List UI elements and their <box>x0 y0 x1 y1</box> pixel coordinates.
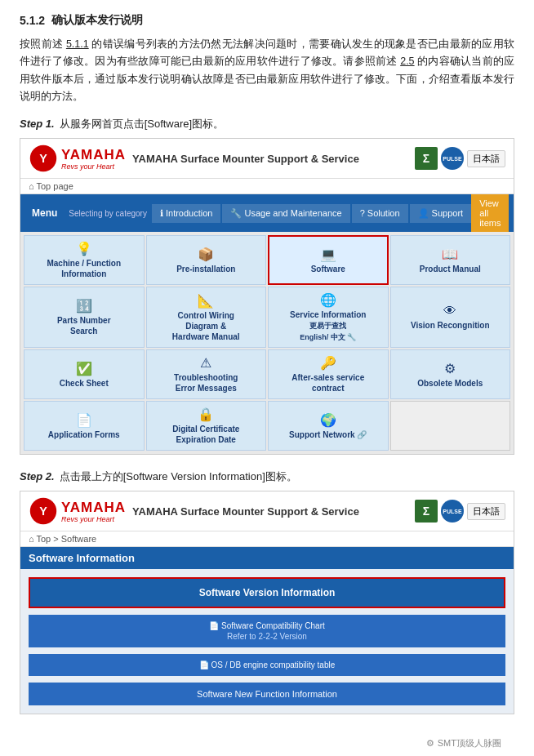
step1-number: Step 1. <box>20 118 55 130</box>
menu-item-software[interactable]: 💻 Software <box>268 235 389 285</box>
nav-tab-solution[interactable]: ? Solution <box>352 204 408 223</box>
menu-label-1: Menu <box>25 202 64 224</box>
menu-item-machine[interactable]: 💡 Machine / FunctionInformation <box>24 235 145 285</box>
machine-icon: 💡 <box>76 241 92 256</box>
yamaha-brand-name: YAMAHA <box>61 147 126 162</box>
breadcrumb-1: ⌂ Top page <box>20 179 514 194</box>
yamaha-tagline-2: Revs your Heart <box>61 516 126 523</box>
menu-item-preinstall[interactable]: 📦 Pre-installation <box>146 235 267 285</box>
step1-description: 从服务网首页点击[Software]图标。 <box>60 117 225 131</box>
menu-item-obsolete[interactable]: ⚙ Obsolete Models <box>390 349 511 399</box>
digital-cert-icon: 🔒 <box>198 407 214 422</box>
sw-new-function-button[interactable]: Software New Function Information <box>29 683 505 705</box>
menu-item-control-wiring[interactable]: 📐 Control WiringDiagram &Hardware Manual <box>146 287 267 348</box>
service-info-icon: 🌐 <box>320 292 336 308</box>
support-network-icon: 🌍 <box>320 412 336 428</box>
menu-item-support-network[interactable]: 🌍 Support Network 🔗 <box>268 401 389 451</box>
obsolete-icon: ⚙ <box>444 361 456 376</box>
footer-text: SMT顶级人脉圈 <box>438 737 501 749</box>
language-button-1[interactable]: 日本語 <box>467 150 505 167</box>
yamaha-website-mock-1: Y YAMAHA Revs your Heart YAMAHA Surface … <box>20 138 514 455</box>
pulse-icon-2: PULSE <box>441 500 464 523</box>
menu-item-product-manual[interactable]: 📖 Product Manual <box>390 235 511 285</box>
step2-description: 点击最上方的[Software Version Information]图标。 <box>60 469 297 484</box>
menu-item-check-sheet[interactable]: ✅ Check Sheet <box>24 349 145 399</box>
footer-icon: ⚙ <box>426 738 434 749</box>
menu-item-troubleshooting[interactable]: ⚠ TroubleshootingError Messages <box>146 349 267 399</box>
check-sheet-icon: ✅ <box>76 361 92 376</box>
yamaha-header-2: Y YAMAHA Revs your Heart YAMAHA Surface … <box>20 491 514 531</box>
menu-item-aftersales[interactable]: 🔑 After-sales servicecontract <box>268 349 389 399</box>
yamaha-website-mock-2: Y YAMAHA Revs your Heart YAMAHA Surface … <box>20 491 514 714</box>
control-wiring-icon: 📐 <box>198 293 214 309</box>
sw-compat-icon: 📄 Software Compatibility Chart <box>209 621 325 630</box>
nav-tab-introduction[interactable]: ℹ Introduction <box>152 204 220 223</box>
sw-version-info-button[interactable]: Software Version Information <box>29 577 505 608</box>
yamaha-site-title-1: YAMAHA Surface Mounter Support & Service <box>132 153 408 165</box>
menu-item-vision[interactable]: 👁 Vision Recongnition <box>390 287 511 348</box>
link-25[interactable]: 2.5 <box>400 56 414 67</box>
section-heading: 5.1.2 确认版本发行说明 <box>20 13 514 28</box>
view-all-button-1[interactable]: View all items <box>471 194 509 232</box>
software-info-content: Software Version Information 📄 Software … <box>20 569 514 714</box>
sigma-icon-2: Σ <box>415 500 438 523</box>
nav-menu-bar-1: Menu Selecting by category ℹ Introductio… <box>20 194 514 232</box>
product-manual-icon: 📖 <box>442 247 458 262</box>
header-icons-1: Σ PULSE 日本語 <box>415 147 505 170</box>
nav-tab-support[interactable]: 👤 Support <box>410 204 472 223</box>
yamaha-tagline-1: Revs your Heart <box>61 163 126 171</box>
selecting-label: Selecting by category <box>64 209 152 218</box>
step2-label: Step 2. 点击最上方的[Software Version Informat… <box>20 469 514 484</box>
menu-item-parts-number[interactable]: 🔢 Parts NumberSearch <box>24 287 145 348</box>
sw-os-db-button[interactable]: 📄 OS / DB engine compatibility table <box>29 654 505 676</box>
parts-number-icon: 🔢 <box>76 298 92 314</box>
yamaha-brand-name-2: YAMAHA <box>61 500 126 515</box>
section-number: 5.1.2 <box>20 14 45 27</box>
menu-item-application-forms[interactable]: 📄 Application Forms <box>24 401 145 451</box>
language-button-2[interactable]: 日本語 <box>467 503 505 520</box>
application-forms-icon: 📄 <box>76 412 92 428</box>
sw-compat-sub: Refer to 2-2-2 Version <box>227 632 307 641</box>
nav-tab-usage[interactable]: 🔧 Usage and Maintenance <box>222 204 349 223</box>
menu-grid-1: 💡 Machine / FunctionInformation 📦 Pre-in… <box>20 232 514 454</box>
aftersales-icon: 🔑 <box>320 355 336 371</box>
header-icons-2: Σ PULSE 日本語 <box>415 500 505 523</box>
yamaha-tuning-fork-icon: Y <box>29 144 58 173</box>
pulse-icon-1: PULSE <box>441 147 464 170</box>
sw-compatibility-chart-button[interactable]: 📄 Software Compatibility Chart Refer to … <box>29 615 505 647</box>
nav-tabs-1: ℹ Introduction 🔧 Usage and Maintenance ?… <box>152 204 471 223</box>
menu-item-digital-cert[interactable]: 🔒 Digital CertificateExpiration Date <box>146 401 267 451</box>
pulse-label: PULSE <box>443 156 461 162</box>
yamaha-header-1: Y YAMAHA Revs your Heart YAMAHA Surface … <box>20 139 514 179</box>
sw-os-icon: 📄 OS / DB engine compatibility table <box>199 660 336 669</box>
menu-item-service-info[interactable]: 🌐 Service Information更易于查找English/ 中文 🔧 <box>268 287 389 348</box>
yamaha-site-title-2: YAMAHA Surface Mounter Support & Service <box>132 505 408 518</box>
link-511[interactable]: 5.1.1 <box>66 38 89 50</box>
footer-watermark: ⚙ SMT顶级人脉圈 <box>20 729 514 756</box>
breadcrumb-2: ⌂ Top > Software <box>20 531 514 547</box>
body-paragraph: 按照前述 5.1.1 的错误编号列表的方法仍然无法解决问题时，需要确认发生的现象… <box>20 36 514 105</box>
svg-text:Y: Y <box>39 152 47 165</box>
step1-label: Step 1. 从服务网首页点击[Software]图标。 <box>20 117 514 131</box>
menu-item-empty <box>390 401 511 451</box>
yamaha-logo-1: Y YAMAHA Revs your Heart <box>29 144 126 173</box>
software-icon: 💻 <box>320 247 336 262</box>
troubleshooting-icon: ⚠ <box>200 355 211 371</box>
software-info-header: Software Information <box>20 547 514 569</box>
yamaha-tuning-fork-icon-2: Y <box>29 496 58 526</box>
preinstall-icon: 📦 <box>198 247 214 262</box>
step2-number: Step 2. <box>20 470 55 483</box>
section-title: 确认版本发行说明 <box>51 13 143 28</box>
pulse-label-2: PULSE <box>443 509 461 514</box>
svg-text:Y: Y <box>39 505 47 518</box>
yamaha-logo-2: Y YAMAHA Revs your Heart <box>29 496 126 526</box>
sigma-icon-1: Σ <box>415 147 438 170</box>
vision-icon: 👁 <box>443 304 456 318</box>
sw-new-function-label: Software New Function Information <box>197 689 337 699</box>
